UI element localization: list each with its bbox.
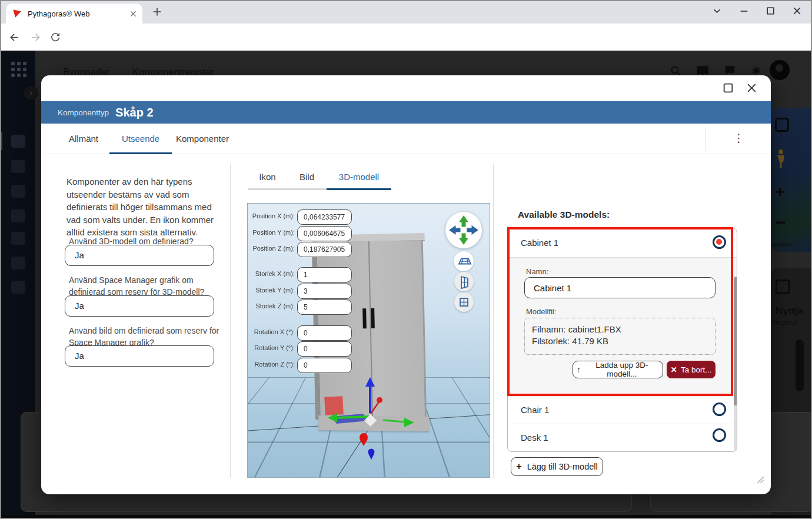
tab-utseende[interactable]: Utseende	[109, 124, 172, 154]
window-maximize-icon[interactable]	[766, 6, 776, 16]
pan-control[interactable]	[445, 212, 482, 248]
reload-icon[interactable]	[49, 31, 61, 43]
waffle-menu-icon[interactable]	[10, 61, 27, 78]
dialog-close-icon[interactable]	[746, 82, 757, 94]
komponenttyp-dialog: Komponenttyp Skåp 2 Allmänt Utseende Kom…	[41, 75, 771, 494]
label-rotation-y: Rotation Y (°):	[248, 344, 295, 351]
dialog-header: Komponenttyp Skåp 2	[41, 101, 771, 124]
window-close-icon[interactable]	[792, 6, 802, 16]
label-rotation-z: Rotation Z (°):	[248, 361, 295, 368]
tab-komponenter[interactable]: Komponenter	[164, 124, 241, 154]
input-storlek-x[interactable]	[297, 267, 352, 282]
model-name-desk: Desk 1	[521, 432, 548, 443]
map-zoom-out-button[interactable]: −	[776, 217, 790, 228]
file-size-text: Filstorlek: 41.79 KB	[532, 335, 715, 347]
map-zoom-in-button[interactable]: +	[776, 186, 790, 198]
label-position-x: Position X (m):	[248, 212, 295, 219]
tabbar-divider	[705, 127, 706, 151]
input-rotation-x[interactable]	[297, 325, 352, 341]
add-model-button[interactable]: + Lägg till 3D-modell	[511, 457, 603, 476]
remove-label: Ta bort...	[681, 365, 712, 374]
model-name-cabinet: Cabinet 1	[521, 238, 558, 248]
app-settings-gear-icon[interactable]	[750, 65, 762, 76]
browser-toolbar: pim.pythagoras.se/py_datamanager_interna…	[0, 24, 812, 51]
tab-3d-modell[interactable]: 3D-modell	[327, 167, 391, 190]
map-fullscreen-button[interactable]	[775, 118, 789, 132]
remove-model-button[interactable]: ✕ Ta bort...	[667, 361, 716, 378]
dialog-menu-kebab-icon[interactable]: ⋮	[733, 131, 744, 146]
card-scrollbar[interactable]	[796, 340, 804, 391]
model-file-info: Filnamn: cabinet1.FBX Filstorlek: 41.79 …	[524, 318, 716, 355]
models-panel-title: Available 3D-models:	[518, 209, 610, 220]
window-menu-chevron-icon[interactable]	[712, 6, 722, 16]
radio-chair[interactable]	[713, 402, 726, 416]
dialog-maximize-icon[interactable]	[723, 82, 734, 94]
sidebar-item-broom-icon[interactable]	[11, 209, 25, 222]
upload-model-button[interactable]: ↑ Ladda upp 3D-modell...	[573, 361, 663, 378]
sidebar-expand-chevron[interactable]: ›	[24, 86, 38, 100]
map-pegman-icon[interactable]	[776, 149, 786, 169]
forward-icon[interactable]	[29, 31, 42, 44]
dialog-kicker: Komponenttyp	[58, 108, 109, 117]
list-item-desk[interactable]: Desk 1	[508, 424, 737, 452]
select-use-space-manager[interactable]: Ja	[65, 295, 214, 317]
sidebar-item-clock-icon[interactable]	[11, 281, 25, 294]
sidebar-active-indicator	[0, 132, 2, 150]
list-item-cabinet[interactable]: Cabinet 1	[508, 228, 737, 257]
front-view-icon	[454, 292, 474, 312]
tab-bild[interactable]: Bild	[287, 167, 327, 190]
view-front-button[interactable]	[454, 292, 474, 312]
dialog-resize-handle[interactable]	[754, 474, 765, 484]
label-position-y: Position Y (m):	[248, 229, 295, 236]
models-scrollbar-thumb[interactable]	[734, 277, 737, 405]
select-use-3d-model[interactable]: Ja	[65, 245, 214, 266]
tab-allmant[interactable]: Allmänt	[56, 124, 111, 154]
input-rotation-z[interactable]	[297, 358, 352, 373]
label-rotation-x: Rotation X (°):	[248, 328, 295, 335]
dialog-titlebar	[41, 75, 771, 101]
input-storlek-z[interactable]	[297, 300, 352, 315]
input-position-z[interactable]	[297, 242, 352, 257]
map-terms-text[interactable]: larvillkor	[772, 241, 793, 248]
label-storlek-x: Storlek X (m):	[248, 270, 295, 277]
tab-ikon[interactable]: Ikon	[248, 167, 287, 190]
browser-tab-strip: Pythagoras® Web	[0, 0, 812, 24]
radio-desk[interactable]	[713, 428, 726, 442]
input-storlek-y[interactable]	[297, 284, 352, 299]
select-use-bild[interactable]: Ja	[65, 345, 214, 367]
3d-viewport[interactable]: Position X (m): Position Y (m): Position…	[247, 203, 490, 478]
window-minimize-icon[interactable]	[739, 6, 749, 16]
field-label-space-manager: Använd Space Manager grafik om definiera…	[69, 274, 228, 298]
card-checkbox-icon[interactable]	[776, 280, 790, 294]
pythagoras-favicon	[12, 8, 22, 19]
list-item-chair[interactable]: Chair 1	[508, 397, 737, 424]
sidebar-item-portfolio-icon[interactable]	[11, 232, 25, 245]
input-position-y[interactable]	[297, 226, 352, 241]
card-text-1: Nyttja	[776, 305, 803, 317]
sidebar-item-buildings-icon[interactable]	[11, 135, 25, 148]
app-search-icon[interactable]	[670, 65, 681, 76]
radio-cabinet-selected[interactable]	[713, 235, 726, 249]
app-book-icon[interactable]	[696, 65, 709, 76]
app-chat-icon[interactable]	[723, 65, 736, 76]
model-name-input[interactable]	[524, 277, 716, 298]
field-label-bild: Använd bild om definierad som reserv för…	[69, 325, 228, 348]
sidebar-item-handshake-icon[interactable]	[11, 160, 25, 173]
app-user-avatar[interactable]	[770, 60, 790, 80]
column-divider-right	[493, 164, 494, 478]
sidebar-item-chart-icon[interactable]	[11, 257, 25, 270]
label-storlek-z: Storlek Z (m):	[248, 302, 295, 310]
dialog-tabbar: Allmänt Utseende Komponenter	[41, 124, 771, 154]
view-side-button[interactable]	[454, 272, 474, 291]
models-list: Cabinet 1 Namn: Modellfil: Filnamn: cabi…	[507, 228, 737, 452]
browser-tab[interactable]: Pythagoras® Web	[6, 4, 142, 24]
input-rotation-y[interactable]	[297, 341, 352, 357]
input-position-x[interactable]	[297, 209, 352, 225]
pan-arrows-icon	[445, 212, 482, 248]
tab-close-icon[interactable]	[130, 11, 137, 17]
new-tab-button[interactable]	[152, 6, 162, 17]
view-top-button[interactable]	[454, 251, 474, 271]
appearance-description: Komponenter av den här typens utseender …	[66, 175, 215, 239]
sidebar-item-clipboard-icon[interactable]	[11, 185, 25, 198]
back-icon[interactable]	[8, 31, 21, 44]
